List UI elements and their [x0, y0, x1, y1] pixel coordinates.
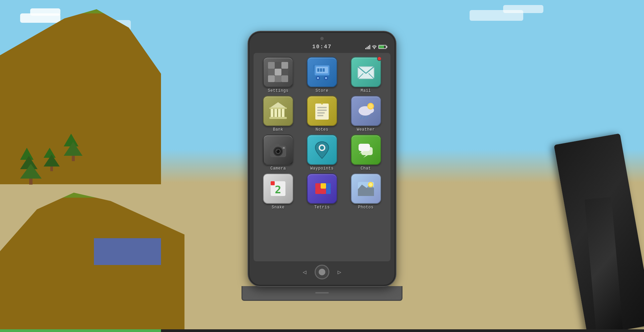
- svg-rect-12: [317, 68, 319, 72]
- chat-icon: [351, 135, 381, 165]
- camera-label: Camera: [270, 166, 286, 171]
- svg-line-40: [361, 116, 362, 119]
- store-label: Store: [316, 88, 329, 93]
- status-time: 10:47: [312, 44, 332, 50]
- water: [94, 238, 161, 265]
- nav-home-button[interactable]: [315, 265, 329, 279]
- weather-icon: [351, 96, 381, 126]
- notes-label: Notes: [316, 127, 329, 132]
- back-icon: ◁: [303, 268, 307, 276]
- svg-point-54: [320, 146, 324, 150]
- tree-3: [64, 134, 83, 161]
- weather-label: Weather: [357, 127, 375, 132]
- svg-point-73: [369, 183, 372, 186]
- store-icon: [307, 57, 337, 87]
- signal-icon: [365, 45, 370, 49]
- app-store[interactable]: Store: [302, 57, 343, 93]
- mail-notification: [377, 56, 382, 61]
- hand-item: [476, 114, 644, 332]
- svg-line-41: [364, 116, 365, 119]
- bank-label: Bank: [273, 127, 283, 132]
- svg-rect-13: [320, 68, 322, 72]
- dock-indicator: [315, 292, 329, 293]
- svg-marker-30: [269, 102, 287, 108]
- battery-icon: [378, 45, 386, 49]
- app-weather[interactable]: Weather: [345, 96, 386, 132]
- svg-rect-14: [323, 68, 325, 72]
- battery-fill: [379, 46, 384, 48]
- tree-1: [20, 148, 42, 185]
- svg-rect-32: [315, 104, 329, 120]
- app-camera[interactable]: Camera: [258, 135, 299, 171]
- app-settings[interactable]: Settings: [258, 57, 299, 93]
- svg-rect-52: [283, 147, 285, 149]
- svg-rect-51: [275, 144, 279, 146]
- snake-icon: 2: [263, 174, 293, 204]
- svg-rect-6: [281, 69, 288, 75]
- svg-rect-63: [315, 189, 321, 194]
- phone-camera: [320, 37, 324, 40]
- svg-line-42: [367, 116, 368, 119]
- forward-icon: ▷: [338, 268, 341, 276]
- nav-back-button[interactable]: ◁: [300, 267, 309, 277]
- phone-body: 10:47: [248, 31, 396, 286]
- svg-rect-2: [275, 62, 281, 69]
- cloud-2: [30, 8, 60, 16]
- svg-marker-56: [363, 155, 368, 158]
- svg-rect-67: [326, 189, 331, 194]
- phone-wrapper: 10:47: [241, 31, 402, 301]
- phone-screen: Settings: [254, 53, 390, 261]
- app-mail[interactable]: Mail: [345, 57, 386, 93]
- mail-label: Mail: [361, 88, 371, 93]
- chat-label: Chat: [361, 166, 371, 171]
- svg-rect-36: [317, 115, 323, 116]
- settings-icon: [263, 57, 293, 87]
- svg-rect-62: [315, 183, 321, 189]
- waypoints-icon: [307, 135, 337, 165]
- app-notes[interactable]: Notes: [302, 96, 343, 132]
- tetris-icon: [307, 174, 337, 204]
- hotbar-fill: [0, 329, 161, 332]
- svg-rect-60: [271, 181, 275, 185]
- svg-point-37: [321, 103, 323, 105]
- tree-2: [44, 148, 60, 171]
- photos-label: Photos: [358, 205, 374, 210]
- settings-label: Settings: [268, 88, 289, 93]
- app-snake[interactable]: 2 Snake: [258, 174, 299, 210]
- camera-icon: [263, 135, 293, 165]
- app-waypoints[interactable]: Waypoints: [302, 135, 343, 171]
- svg-rect-7: [268, 75, 275, 82]
- svg-point-17: [317, 77, 319, 79]
- svg-rect-57: [359, 144, 370, 151]
- svg-rect-5: [275, 69, 281, 75]
- waypoints-label: Waypoints: [310, 166, 333, 171]
- app-chat[interactable]: Chat: [345, 135, 386, 171]
- svg-rect-9: [281, 75, 288, 82]
- nav-forward-button[interactable]: ▷: [335, 267, 344, 277]
- svg-rect-33: [317, 107, 327, 108]
- svg-rect-27: [278, 108, 281, 117]
- svg-rect-19: [313, 65, 315, 71]
- bank-icon: [263, 96, 293, 126]
- hotbar: [0, 329, 644, 332]
- phone-navigation: ◁ ▷: [254, 263, 390, 281]
- svg-point-0: [374, 48, 375, 49]
- svg-rect-28: [282, 108, 284, 117]
- app-tetris[interactable]: Tetris: [302, 174, 343, 210]
- svg-rect-64: [321, 189, 326, 194]
- app-bank[interactable]: Bank: [258, 96, 299, 132]
- app-photos[interactable]: Photos: [345, 174, 386, 210]
- status-bar: 10:47: [254, 42, 390, 52]
- status-icons: [365, 45, 386, 49]
- svg-rect-4: [268, 69, 275, 75]
- home-icon: [319, 269, 325, 275]
- svg-point-18: [325, 77, 327, 79]
- svg-rect-65: [321, 183, 326, 189]
- svg-rect-26: [274, 108, 277, 117]
- svg-rect-29: [269, 117, 287, 119]
- wifi-icon: [372, 45, 377, 49]
- svg-rect-35: [317, 112, 325, 114]
- svg-rect-3: [281, 62, 288, 69]
- svg-rect-25: [271, 108, 273, 117]
- svg-point-50: [276, 150, 278, 151]
